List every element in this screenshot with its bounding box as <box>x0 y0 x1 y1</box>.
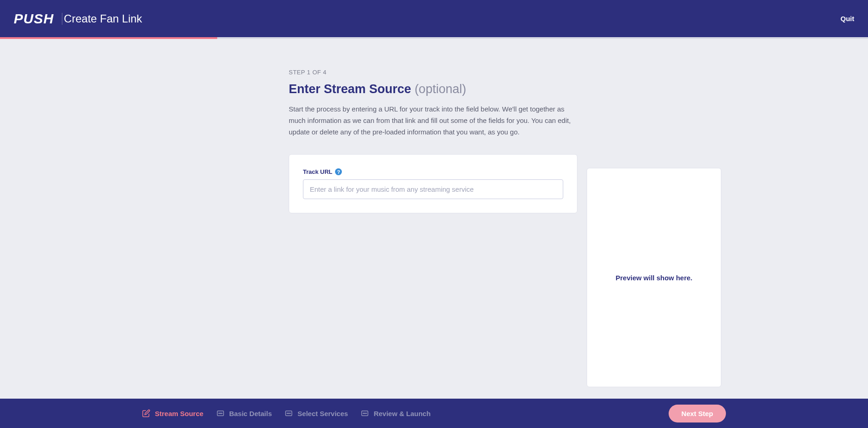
footer-step-basic-details[interactable]: Basic Details <box>216 409 272 417</box>
next-step-button[interactable]: Next Step <box>669 405 726 422</box>
svg-point-7 <box>290 413 291 414</box>
more-box-icon <box>216 409 225 417</box>
footer-step-select-services[interactable]: Select Services <box>285 409 348 417</box>
footer-step-review-launch[interactable]: Review & Launch <box>361 409 430 417</box>
help-icon[interactable]: ? <box>335 168 342 175</box>
preview-panel: Preview will show here. <box>587 168 721 387</box>
footer-step-label: Review & Launch <box>374 410 430 417</box>
svg-point-10 <box>365 413 366 414</box>
footer-step-label: Basic Details <box>229 410 272 417</box>
svg-point-11 <box>366 413 367 414</box>
edit-icon <box>142 409 150 417</box>
svg-point-1 <box>219 413 220 414</box>
header: PUSH Create Fan Link Quit <box>0 0 868 37</box>
footer-step-label: Select Services <box>297 410 348 417</box>
svg-point-6 <box>289 413 290 414</box>
footer-step-label: Stream Source <box>155 410 203 417</box>
footer: Stream Source Basic Details <box>0 399 868 428</box>
form-card: Track URL ? <box>289 154 577 213</box>
content-left: STEP 1 OF 4 Enter Stream Source (optiona… <box>147 69 577 213</box>
more-box-icon <box>285 409 293 417</box>
svg-point-2 <box>220 413 221 414</box>
track-url-label: Track URL <box>303 168 332 175</box>
page-description: Start the process by entering a URL for … <box>289 104 577 138</box>
header-left: PUSH Create Fan Link <box>14 11 142 27</box>
svg-point-5 <box>287 413 288 414</box>
preview-placeholder-text: Preview will show here. <box>615 274 692 282</box>
footer-step-stream-source[interactable]: Stream Source <box>142 409 203 417</box>
page-title-main: Enter Stream Source <box>289 82 411 96</box>
page-title: Enter Stream Source (optional) <box>289 82 577 96</box>
track-url-label-row: Track URL ? <box>303 168 563 175</box>
logo[interactable]: PUSH <box>14 11 62 27</box>
more-box-icon <box>361 409 369 417</box>
footer-steps: Stream Source Basic Details <box>142 409 431 417</box>
page-header-title: Create Fan Link <box>62 13 142 25</box>
svg-point-9 <box>363 413 364 414</box>
track-url-input[interactable] <box>303 179 563 199</box>
svg-point-3 <box>221 413 222 414</box>
page-title-optional: (optional) <box>415 82 467 96</box>
quit-link[interactable]: Quit <box>841 15 854 22</box>
step-label: STEP 1 OF 4 <box>289 69 577 76</box>
